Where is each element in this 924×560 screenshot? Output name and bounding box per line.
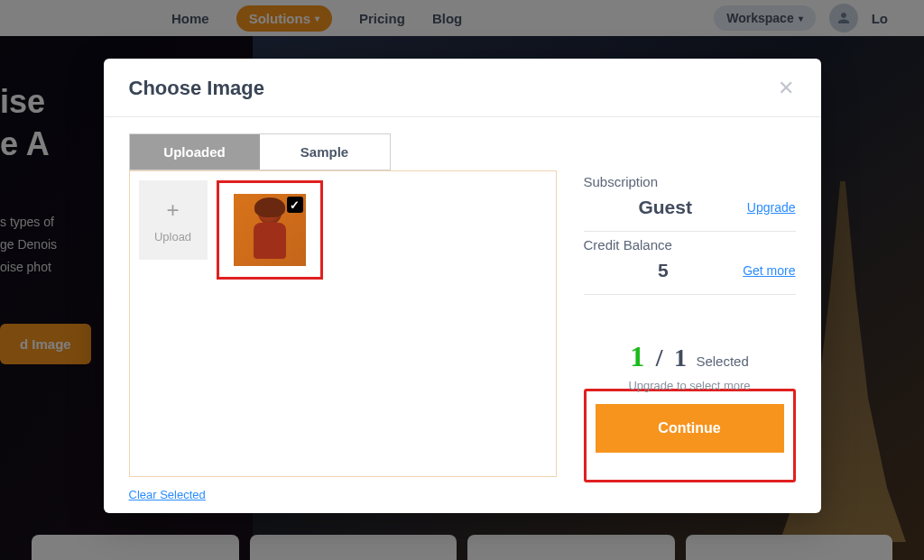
info-panel: Subscription Guest Upgrade Credit Balanc… bbox=[584, 133, 796, 502]
subscription-label: Subscription bbox=[584, 174, 796, 189]
credit-value: 5 bbox=[584, 260, 744, 281]
tab-uploaded[interactable]: Uploaded bbox=[130, 134, 260, 170]
thumbnail-highlight: ✓ bbox=[217, 180, 323, 280]
credit-label: Credit Balance bbox=[584, 237, 796, 252]
modal-title: Choose Image bbox=[129, 77, 264, 100]
continue-button[interactable]: Continue bbox=[596, 404, 784, 453]
upgrade-link[interactable]: Upgrade bbox=[747, 200, 796, 215]
close-icon[interactable]: ✕ bbox=[778, 77, 794, 100]
clear-selected-link[interactable]: Clear Selected bbox=[129, 488, 206, 501]
modal-backdrop: Choose Image ✕ Uploaded Sample + Upload bbox=[0, 0, 924, 560]
selected-label: Selected bbox=[696, 353, 748, 369]
selected-counter: 1 / 1 Selected bbox=[584, 340, 796, 373]
image-thumbnail[interactable]: ✓ bbox=[234, 194, 306, 266]
image-tabs: Uploaded Sample bbox=[129, 133, 391, 170]
get-more-link[interactable]: Get more bbox=[743, 263, 795, 278]
subscription-value: Guest bbox=[584, 197, 747, 218]
upload-label: Upload bbox=[154, 230, 191, 243]
selected-count: 1 bbox=[630, 340, 644, 372]
tab-sample[interactable]: Sample bbox=[260, 134, 390, 170]
selected-total: 1 bbox=[674, 344, 687, 372]
check-icon: ✓ bbox=[287, 197, 303, 213]
plus-icon: + bbox=[166, 197, 179, 223]
upload-tile[interactable]: + Upload bbox=[139, 180, 208, 260]
choose-image-modal: Choose Image ✕ Uploaded Sample + Upload bbox=[104, 59, 821, 513]
image-grid: + Upload ✓ bbox=[129, 170, 557, 477]
continue-highlight: Continue bbox=[584, 389, 796, 482]
